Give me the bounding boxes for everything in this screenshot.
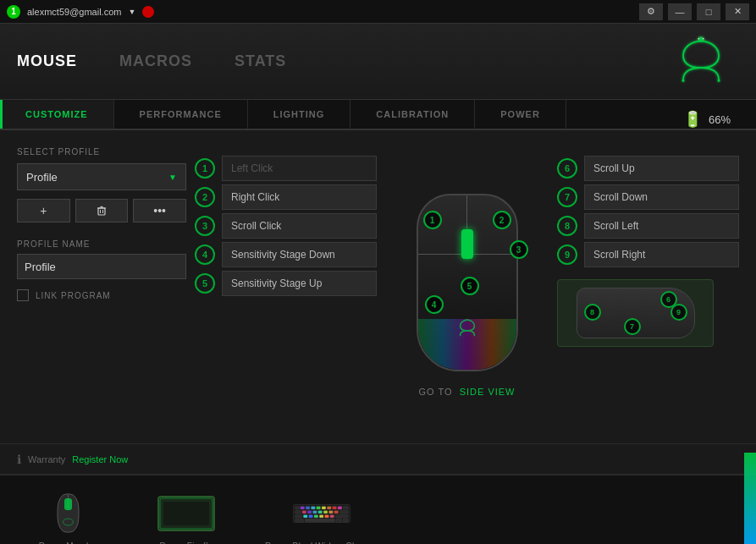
tab-power[interactable]: POWER	[475, 100, 566, 129]
tab-calibration[interactable]: CALIBRATION	[350, 100, 475, 129]
svg-rect-36	[339, 510, 349, 514]
side-view-link[interactable]: SIDE VIEW	[460, 387, 516, 397]
nav-macros[interactable]: MACROS	[119, 52, 192, 70]
svg-rect-48	[343, 519, 348, 522]
right-panel: 6 Scroll Up 7 Scroll Down 8 Scroll Left …	[557, 147, 739, 435]
svg-rect-23	[322, 506, 326, 509]
mouse-badge-3: 3	[510, 240, 528, 259]
email-dropdown-icon[interactable]: ▼	[128, 8, 135, 16]
button-row-3: 3 Scroll Click	[195, 213, 377, 239]
button-row-1: 1 Left Click	[195, 156, 377, 181]
device-mamba[interactable]: Razer Mamba	[17, 483, 119, 544]
more-options-button[interactable]: •••	[133, 199, 186, 223]
svg-rect-21	[311, 506, 315, 509]
svg-point-2	[718, 80, 720, 82]
title-bar: 1 alexmct59@gmail.com ▼ ⚙ — □ ✕	[0, 0, 756, 24]
svg-rect-33	[323, 510, 328, 514]
mouse-scroll-wheel	[461, 229, 473, 259]
button-row-8: 8 Scroll Left	[557, 213, 739, 239]
svg-rect-43	[330, 514, 334, 518]
main-content: SELECT PROFILE Profile ▼ + ••• PROFILE N…	[0, 130, 756, 443]
warranty-icon: ℹ	[17, 453, 21, 466]
btn-number-8: 8	[557, 216, 577, 236]
svg-point-4	[703, 38, 704, 39]
link-program-row: LINK PROGRAM	[17, 289, 186, 301]
tab-customize[interactable]: CUSTOMIZE	[0, 100, 114, 129]
device-blackwidow[interactable]: Razer BlackWidow Chroma	[254, 483, 389, 544]
svg-rect-20	[306, 506, 310, 509]
btn-label-2[interactable]: Right Click	[222, 184, 377, 210]
mouse-area: 1 2 3 4 5 GO TO SIDE VIEW	[385, 147, 549, 435]
side-mouse-shape: 6 8 7 9	[577, 288, 695, 338]
tab-performance[interactable]: PERFORMANCE	[114, 100, 248, 129]
title-bar-left: 1 alexmct59@gmail.com ▼	[7, 5, 154, 19]
svg-rect-38	[303, 514, 307, 518]
nav-mouse[interactable]: MOUSE	[17, 52, 77, 70]
mouse-image: 1 2 3 4 5	[408, 185, 527, 380]
profile-select-value: Profile	[26, 171, 58, 184]
button-row-9: 9 Scroll Right	[557, 242, 739, 267]
tabs-bar: CUSTOMIZE PERFORMANCE LIGHTING CALIBRATI…	[0, 100, 756, 130]
tab-lighting[interactable]: LIGHTING	[248, 100, 351, 129]
warranty-text: Warranty	[28, 454, 65, 464]
main-nav: MOUSE MACROS STATS	[17, 52, 286, 70]
delete-profile-button[interactable]	[75, 199, 129, 223]
svg-rect-35	[334, 510, 339, 514]
svg-rect-37	[295, 514, 302, 518]
svg-rect-40	[314, 514, 318, 518]
mouse-logo	[455, 316, 479, 344]
btn-label-1[interactable]: Left Click	[222, 156, 377, 181]
svg-rect-42	[325, 514, 329, 518]
profile-name-label: PROFILE NAME	[17, 239, 186, 249]
close-button[interactable]: ✕	[726, 3, 749, 20]
btn-number-1: 1	[195, 158, 215, 179]
link-program-label: LINK PROGRAM	[36, 291, 111, 300]
btn-label-9[interactable]: Scroll Right	[584, 242, 739, 267]
nav-stats[interactable]: STATS	[235, 52, 286, 70]
trash-icon	[97, 206, 107, 216]
device-bar: Razer Mamba Razer Firefly	[0, 474, 756, 544]
register-now-link[interactable]: Register Now	[72, 454, 128, 464]
btn-number-5: 5	[195, 273, 215, 294]
btn-number-4: 4	[195, 245, 215, 265]
svg-rect-46	[305, 519, 334, 522]
button-row-4: 4 Sensitivity Stage Down	[195, 242, 377, 267]
link-program-checkbox[interactable]	[17, 289, 29, 301]
btn-label-8[interactable]: Scroll Left	[584, 213, 739, 239]
battery-icon: 🔋	[683, 110, 702, 129]
svg-rect-30	[307, 510, 312, 514]
settings-button[interactable]: ⚙	[639, 3, 663, 20]
btn-label-5[interactable]: Sensitivity Stage Up	[222, 271, 377, 296]
app-header: MOUSE MACROS STATS	[0, 24, 756, 100]
btn-label-3[interactable]: Scroll Click	[222, 213, 377, 239]
btn-label-4[interactable]: Sensitivity Stage Down	[222, 242, 377, 267]
btn-label-7[interactable]: Scroll Down	[584, 184, 739, 210]
maximize-button[interactable]: □	[697, 3, 720, 20]
svg-rect-32	[318, 510, 323, 514]
svg-rect-28	[295, 510, 301, 514]
mouse-badge-4: 4	[425, 295, 444, 314]
profile-name-input[interactable]	[17, 254, 186, 279]
battery-area: 🔋 66%	[683, 110, 731, 129]
device-mamba-image	[38, 490, 97, 536]
user-email: alexmct59@gmail.com	[27, 7, 121, 17]
select-profile-label: SELECT PROFILE	[17, 147, 186, 157]
profile-select[interactable]: Profile ▼	[17, 163, 186, 190]
btn-number-9: 9	[557, 245, 577, 265]
btn-number-6: 6	[557, 158, 577, 179]
battery-percentage: 66%	[709, 113, 731, 126]
svg-rect-47	[336, 519, 342, 522]
svg-rect-26	[338, 506, 342, 509]
btn-label-6[interactable]: Scroll Up	[584, 156, 739, 181]
btn-number-2: 2	[195, 187, 215, 207]
svg-rect-27	[343, 506, 348, 509]
device-bar-side-gradient	[744, 453, 756, 544]
device-firefly[interactable]: Razer Firefly	[135, 483, 237, 544]
svg-rect-29	[302, 510, 306, 514]
svg-rect-12	[64, 498, 72, 510]
side-view-thumbnail: 6 8 7 9	[557, 279, 714, 347]
minimize-button[interactable]: —	[668, 3, 692, 20]
btn-number-3: 3	[195, 216, 215, 236]
svg-rect-34	[328, 510, 333, 514]
add-profile-button[interactable]: +	[17, 199, 70, 223]
